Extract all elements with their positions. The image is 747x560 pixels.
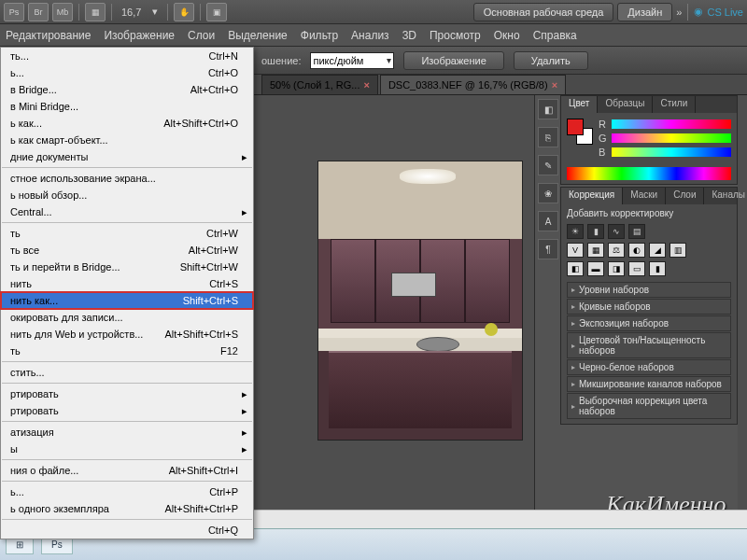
menu-item[interactable]: ь...Ctrl+O xyxy=(1,64,253,81)
image-button[interactable]: Изображение xyxy=(403,51,503,70)
menu-image[interactable]: Изображение xyxy=(104,29,175,42)
gradient-map-icon[interactable]: ▭ xyxy=(628,261,645,276)
dock-icon[interactable]: ❀ xyxy=(538,183,558,203)
preset-item[interactable]: Черно-белое наборов xyxy=(567,359,731,375)
minibridge-icon[interactable]: Mb xyxy=(52,3,73,21)
preset-item[interactable]: Уровни наборов xyxy=(567,282,731,298)
menu-item[interactable]: ния о файле...Alt+Shift+Ctrl+I xyxy=(1,462,253,479)
unit-select[interactable]: пикс/дюйм xyxy=(310,52,394,69)
menu-item[interactable]: атизация xyxy=(1,424,253,441)
menu-item[interactable]: ь одного экземпляраAlt+Shift+Ctrl+P xyxy=(1,500,253,517)
tab-channels[interactable]: Каналы xyxy=(704,188,747,204)
menu-item[interactable]: ть всеAlt+Ctrl+W xyxy=(1,242,253,259)
menu-item[interactable]: стное использование экрана... xyxy=(1,170,253,187)
photo-filter-icon[interactable]: ◢ xyxy=(649,243,666,258)
dock-icon[interactable]: A xyxy=(538,211,558,231)
menu-item[interactable]: тьF12 xyxy=(1,343,253,359)
hand-icon[interactable]: ✋ xyxy=(174,3,194,21)
preset-item[interactable]: Экспозиция наборов xyxy=(567,315,731,331)
app-toolbar: Ps Br Mb ▦ 16,7 ▾ ✋ ▣ Основная рабочая с… xyxy=(0,0,747,24)
selective-icon[interactable]: ▮ xyxy=(649,261,666,276)
vibrance-icon[interactable]: V xyxy=(567,243,584,258)
menu-edit[interactable]: Редактирование xyxy=(6,29,91,42)
menu-item[interactable]: нитьCtrl+S xyxy=(1,275,253,292)
r-slider[interactable] xyxy=(612,119,731,129)
menu-item[interactable]: ы xyxy=(1,441,253,457)
menu-item[interactable]: дние документы xyxy=(1,148,253,165)
hue-icon[interactable]: ▦ xyxy=(587,243,604,258)
close-icon[interactable]: × xyxy=(363,79,369,91)
adjustments-panel: Коррекция Маски Слои Каналы Добавить кор… xyxy=(560,187,738,425)
menu-item[interactable]: ь как...Alt+Shift+Ctrl+O xyxy=(1,115,253,132)
delete-button[interactable]: Удалить xyxy=(514,51,588,70)
canvas-image xyxy=(317,161,523,441)
preset-list: Уровни наборов Кривые наборов Экспозиция… xyxy=(567,282,731,419)
menu-help[interactable]: Справка xyxy=(533,29,577,42)
preset-item[interactable]: Кривые наборов xyxy=(567,299,731,315)
levels-icon[interactable]: ▮ xyxy=(587,224,604,239)
screen-mode-icon[interactable]: ▣ xyxy=(206,3,227,21)
tab-swatches[interactable]: Образцы xyxy=(598,96,653,113)
preset-item[interactable]: Цветовой тон/Насыщенность наборов xyxy=(567,332,731,358)
menu-item[interactable]: ь...Ctrl+P xyxy=(1,483,253,500)
menu-item[interactable]: нить как...Shift+Ctrl+S xyxy=(1,292,253,309)
arrange-icon[interactable]: ▦ xyxy=(85,3,106,21)
menu-item[interactable]: ртировать xyxy=(1,402,253,419)
menu-bar: Редактирование Изображение Слои Выделени… xyxy=(0,24,747,47)
menu-analysis[interactable]: Анализ xyxy=(351,29,389,42)
menu-item[interactable]: ть...Ctrl+N xyxy=(1,48,253,64)
mixer-icon[interactable]: ▥ xyxy=(669,243,686,258)
design-button[interactable]: Дизайн xyxy=(617,3,672,21)
b-slider[interactable] xyxy=(612,147,731,157)
exposure-icon[interactable]: ▤ xyxy=(628,224,645,239)
threshold-icon[interactable]: ◨ xyxy=(608,261,625,276)
bw-icon[interactable]: ◐ xyxy=(628,243,645,258)
tab-styles[interactable]: Стили xyxy=(653,96,696,113)
menu-item[interactable]: ртировать xyxy=(1,385,253,402)
g-slider[interactable] xyxy=(612,133,731,143)
dock-icon[interactable]: ✎ xyxy=(538,155,558,175)
dock-icon[interactable]: ¶ xyxy=(538,239,558,259)
menu-item[interactable]: ь новый обзор... xyxy=(1,187,253,203)
posterize-icon[interactable]: ▬ xyxy=(587,261,604,276)
color-swatch[interactable] xyxy=(567,119,593,145)
menu-item[interactable]: ть и перейти в Bridge...Shift+Ctrl+W xyxy=(1,259,253,275)
workspace-button[interactable]: Основная рабочая среда xyxy=(473,3,614,21)
zoom-value[interactable]: 16,7 xyxy=(121,7,141,18)
bridge-icon[interactable]: Br xyxy=(28,3,49,21)
menu-item[interactable]: в Mini Bridge... xyxy=(1,98,253,115)
zoom-dropdown-icon[interactable]: ▾ xyxy=(152,6,158,18)
tab-adjustments[interactable]: Коррекция xyxy=(561,188,623,204)
brightness-icon[interactable]: ☀ xyxy=(567,224,584,239)
spectrum-picker[interactable] xyxy=(567,167,731,180)
menu-item[interactable]: в Bridge...Alt+Ctrl+O xyxy=(1,81,253,98)
menu-filter[interactable]: Фильтр xyxy=(301,29,338,42)
more-icon[interactable]: » xyxy=(676,7,682,18)
preset-item[interactable]: Микширование каналов наборов xyxy=(567,376,731,392)
menu-3d[interactable]: 3D xyxy=(402,29,416,42)
cslive-button[interactable]: CS Live xyxy=(694,6,743,18)
app-icon[interactable]: Ps xyxy=(4,3,24,21)
menu-item[interactable]: нить для Web и устройств...Alt+Shift+Ctr… xyxy=(1,326,253,343)
menu-item[interactable]: Central... xyxy=(1,203,253,220)
tab-color[interactable]: Цвет xyxy=(561,96,598,113)
preset-item[interactable]: Выборочная коррекция цвета наборов xyxy=(567,393,731,419)
menu-item[interactable]: тьCtrl+W xyxy=(1,225,253,242)
curves-icon[interactable]: ∿ xyxy=(608,224,625,239)
tab-masks[interactable]: Маски xyxy=(623,188,666,204)
menu-select[interactable]: Выделение xyxy=(228,29,288,42)
balance-icon[interactable]: ⚖ xyxy=(608,243,625,258)
dock-icon[interactable]: ◧ xyxy=(538,99,558,119)
tab-layers[interactable]: Слои xyxy=(666,188,704,204)
menu-window[interactable]: Окно xyxy=(494,29,520,42)
document-tab[interactable]: 50% (Слой 1, RG...× xyxy=(261,75,378,94)
menu-layers[interactable]: Слои xyxy=(188,29,215,42)
menu-item[interactable]: Ctrl+Q xyxy=(1,522,253,539)
menu-view[interactable]: Просмотр xyxy=(430,29,481,42)
menu-item[interactable]: ь как смарт-объект... xyxy=(1,132,253,148)
invert-icon[interactable]: ◧ xyxy=(567,261,584,276)
menu-item[interactable]: стить... xyxy=(1,364,253,381)
document-tab[interactable]: DSC_0383.NEF @ 16,7% (RGB/8)× xyxy=(380,75,566,94)
dock-icon[interactable]: ⎘ xyxy=(538,127,558,147)
close-icon[interactable]: × xyxy=(552,79,557,91)
